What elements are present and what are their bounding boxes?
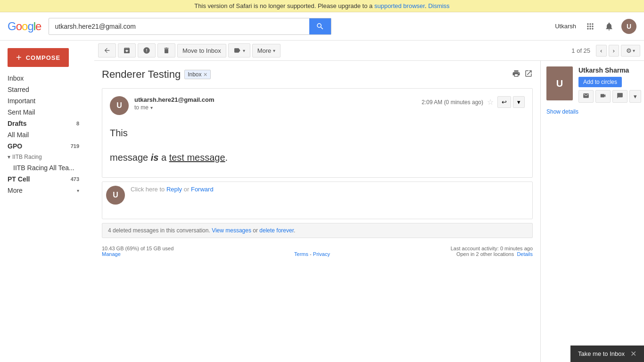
reply-link[interactable]: Reply	[166, 186, 182, 193]
bottom-close-button[interactable]: ✕	[630, 349, 636, 358]
move-to-inbox-button[interactable]: Move to Inbox	[177, 44, 226, 58]
collapse-icon: ▾	[8, 154, 10, 160]
print-icon[interactable]	[512, 69, 520, 80]
more-chevron-icon: ▾	[273, 48, 275, 53]
reply-content: Click here to Reply or Forward	[131, 186, 528, 193]
sidebar-item-important-label: Important	[8, 97, 79, 105]
reply-button[interactable]: ↩	[497, 96, 511, 108]
reply-box: U Click here to Reply or Forward	[102, 181, 533, 219]
sidebar-item-more[interactable]: More ▾	[0, 185, 87, 196]
sidebar-item-pt-cell[interactable]: PT Cell 473	[0, 173, 87, 185]
search-button[interactable]	[309, 18, 331, 34]
email-message: U utkarsh.here21@gmail.com to me ▾ 2:09 …	[102, 88, 533, 178]
email-main: Renderer Testing Inbox ×	[94, 61, 540, 362]
new-window-icon[interactable]	[524, 69, 533, 80]
move-to-inbox-label: Move to Inbox	[182, 47, 221, 54]
notification-text: This version of Safari is no longer supp…	[194, 2, 372, 9]
star-button[interactable]: ☆	[487, 98, 494, 107]
apps-icon[interactable]	[584, 20, 597, 33]
user-avatar[interactable]: U	[621, 19, 636, 34]
email-footer: 10.43 GB (69%) of 15 GB used Manage Term…	[102, 242, 533, 261]
email-body-line2: message is a test message.	[110, 149, 525, 166]
settings-button[interactable]: ⚙ ▾	[621, 45, 640, 57]
contact-info: Utkarsh Sharma Add to circles	[578, 66, 641, 103]
take-me-to-inbox-link[interactable]: Take me to Inbox	[578, 350, 625, 357]
compose-button[interactable]: + COMPOSE	[8, 48, 69, 67]
privacy-link[interactable]: Privacy	[313, 251, 330, 257]
compose-label: COMPOSE	[26, 54, 60, 61]
sender-email: utkarsh.here21@gmail.com	[134, 96, 421, 103]
to-label: to me	[134, 104, 149, 111]
contact-avatar: U	[546, 66, 573, 100]
terms-link[interactable]: Terms	[294, 251, 308, 257]
email-body: This message is a test message.	[110, 121, 525, 170]
header: Google Utkarsh U	[0, 12, 644, 41]
settings-icon: ⚙	[626, 47, 632, 54]
archive-button[interactable]	[118, 43, 136, 58]
show-details-link[interactable]: Show details	[546, 108, 578, 115]
body-period: .	[225, 152, 228, 163]
sidebar-item-important[interactable]: Important	[0, 95, 87, 107]
iitb-racing-group[interactable]: ▾ IITB Racing	[0, 152, 94, 162]
email-body-line1: This	[110, 124, 525, 141]
labels-button[interactable]: ▾	[228, 43, 250, 58]
deleted-or: or	[253, 227, 258, 234]
report-spam-button[interactable]	[138, 43, 156, 58]
supported-browser-link[interactable]: supported browser	[374, 2, 425, 9]
sidebar-item-drafts[interactable]: Drafts 8	[0, 118, 87, 129]
contact-name: Utkarsh Sharma	[578, 66, 641, 74]
forward-link[interactable]: Forward	[191, 186, 214, 193]
labels-chevron-icon: ▾	[243, 48, 245, 53]
activity-details-link[interactable]: Details	[517, 251, 533, 257]
sidebar-item-inbox-label: Inbox	[8, 74, 79, 82]
print-icons	[512, 69, 533, 80]
search-input[interactable]	[49, 19, 309, 34]
sidebar-item-inbox[interactable]: Inbox	[0, 73, 87, 84]
inbox-tag: Inbox ×	[184, 70, 211, 79]
sidebar: + COMPOSE Inbox Starred Important Sent M…	[0, 41, 94, 362]
notification-bar: This version of Safari is no longer supp…	[0, 0, 644, 12]
search-bar	[49, 18, 331, 35]
body-message-text: message	[110, 152, 151, 163]
to-dropdown-button[interactable]: ▾	[150, 105, 153, 110]
contact-actions: ▾	[578, 90, 641, 103]
more-reply-button[interactable]: ▾	[513, 96, 525, 108]
sidebar-item-sent[interactable]: Sent Mail	[0, 107, 87, 118]
remove-inbox-tag-button[interactable]: ×	[204, 71, 207, 78]
sidebar-item-starred-label: Starred	[8, 86, 79, 93]
sidebar-item-pt-cell-label: PT Cell	[8, 175, 71, 183]
dismiss-link[interactable]: Dismiss	[428, 2, 450, 9]
add-to-circles-button[interactable]: Add to circles	[578, 77, 622, 87]
sidebar-item-gpo-label: GPO	[8, 142, 71, 150]
email-subject-row: Renderer Testing Inbox ×	[102, 68, 533, 81]
logo-text: Google	[8, 20, 41, 33]
view-messages-link[interactable]: View messages	[212, 227, 251, 234]
gpo-count: 719	[71, 143, 79, 149]
activity-text: Last account activity: 0 minutes ago	[451, 246, 533, 251]
next-email-button[interactable]: ›	[609, 45, 619, 57]
sidebar-item-all-mail[interactable]: All Mail	[0, 129, 87, 140]
footer-storage: 10.43 GB (69%) of 15 GB used Manage	[102, 246, 173, 257]
bottom-notification: Take me to Inbox ✕	[570, 346, 644, 362]
sidebar-item-gpo[interactable]: GPO 719	[0, 140, 87, 152]
manage-link[interactable]: Manage	[102, 251, 121, 257]
delete-button[interactable]	[157, 43, 175, 58]
user-name: Utkarsh	[555, 23, 576, 30]
contact-more-button[interactable]: ▾	[629, 90, 641, 103]
delete-forever-link[interactable]: delete forever	[259, 227, 294, 234]
notifications-icon[interactable]	[603, 20, 616, 33]
contact-email-icon[interactable]	[578, 90, 594, 103]
contact-message-icon[interactable]	[612, 90, 627, 103]
sidebar-item-iitb-racing-all[interactable]: IITB Racing All Tea...	[0, 162, 87, 173]
toolbar: Move to Inbox ▾ More ▾ 1 of 25 ‹ › ⚙ ▾	[94, 41, 644, 61]
reply-group: ↩ ▾	[497, 96, 525, 108]
more-actions-button[interactable]: More ▾	[252, 44, 281, 58]
reply-prompt: Click here to	[131, 186, 165, 193]
prev-email-button[interactable]: ‹	[596, 45, 606, 57]
settings-chevron-icon: ▾	[633, 48, 635, 53]
body-is-text: is	[151, 152, 159, 163]
iitb-racing-label: IITB Racing	[12, 154, 42, 160]
sidebar-item-starred[interactable]: Starred	[0, 84, 87, 95]
contact-video-icon[interactable]	[595, 90, 611, 103]
back-button[interactable]	[98, 43, 116, 58]
